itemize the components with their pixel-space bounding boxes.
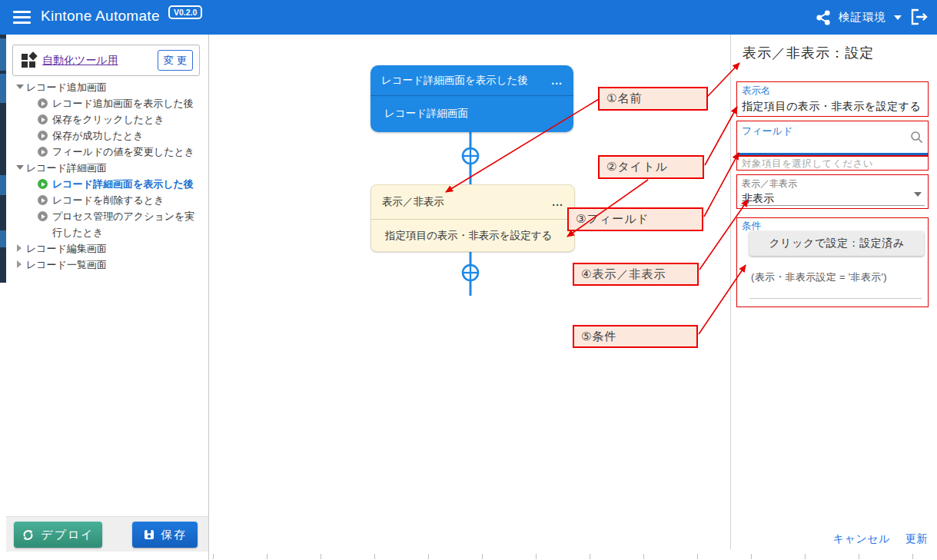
environment-selector[interactable]: 検証環境 <box>816 0 902 35</box>
app-header: Kintone Automate V0.2.0 検証環境 <box>0 0 937 35</box>
tree-group-record-add[interactable]: レコード追加画面 <box>6 79 209 95</box>
share-icon[interactable] <box>816 10 831 25</box>
app-selector-box: 自動化ツール用 変 更 <box>12 45 200 76</box>
tree-event[interactable]: プロセス管理のアクションを実行したとき <box>6 208 209 240</box>
condition-section: 条件 クリックで設定：設定済み (表示・非表示設定 = '非表示') <box>736 217 929 307</box>
event-icon <box>38 131 48 141</box>
event-icon <box>38 195 48 205</box>
tree-group-record-edit[interactable]: レコード編集画面 <box>6 240 209 257</box>
update-button[interactable]: 更新 <box>905 532 928 546</box>
change-app-button[interactable]: 変 更 <box>158 50 193 71</box>
trigger-node-header: レコード詳細画面を表示した後 ... <box>370 65 573 96</box>
tree-event[interactable]: レコードを削除するとき <box>6 192 209 208</box>
condition-set-button[interactable]: クリックで設定：設定済み <box>749 231 924 256</box>
flow-canvas[interactable]: レコード詳細画面を表示した後 ... レコード詳細画面 表示／非表示 ... 指… <box>209 35 730 560</box>
display-name-label: 表示名 <box>742 84 923 98</box>
deploy-button[interactable]: デプロイ <box>14 522 102 548</box>
tree-group-record-list[interactable]: レコード一覧画面 <box>6 257 209 273</box>
environment-label: 検証環境 <box>839 10 886 25</box>
tree-group-record-detail[interactable]: レコード詳細画面 <box>6 160 209 176</box>
field-section[interactable]: フィールド <box>736 121 929 156</box>
settings-panel: 表示／非表示：設定 表示名 指定項目の表示・非表示を設定する フィールド 対象項… <box>730 35 937 549</box>
event-icon <box>38 211 48 221</box>
field-placeholder: 対象項目を選択してください <box>736 156 929 171</box>
trigger-node-body: レコード詳細画面 <box>370 96 573 131</box>
event-tree: レコード追加画面 レコード追加画面を表示した後 保存をクリックしたとき 保存が成… <box>6 79 209 273</box>
visibility-label: 表示／非表示 <box>742 177 923 191</box>
collapsed-panel-strip[interactable] <box>0 35 6 283</box>
field-label: フィールド <box>742 124 923 138</box>
app-title: Kintone Automate <box>41 8 160 25</box>
sidebar: 自動化ツール用 変 更 レコード追加画面 レコード追加画面を表示した後 保存をク… <box>6 35 209 560</box>
display-name-value[interactable]: 指定項目の表示・非表示を設定する <box>742 100 923 114</box>
node-menu-icon[interactable]: ... <box>552 196 563 208</box>
kintone-automate-app: Kintone Automate V0.2.0 検証環境 <box>0 0 937 560</box>
event-icon <box>38 114 48 124</box>
chevron-down-icon <box>914 192 922 197</box>
version-badge: V0.2.0 <box>168 5 202 19</box>
save-button[interactable]: 保存 <box>132 522 198 548</box>
visibility-value: 非表示 <box>742 192 923 206</box>
field-input-focus-line <box>737 153 928 155</box>
app-grid-icon <box>22 53 37 68</box>
annotation-field: ③フィールド <box>567 207 703 231</box>
chevron-down-icon <box>894 15 902 20</box>
panel-title: 表示／非表示：設定 <box>743 44 874 62</box>
floppy-icon <box>143 529 155 541</box>
app-name-link[interactable]: 自動化ツール用 <box>42 54 118 68</box>
node-menu-icon[interactable]: ... <box>551 75 563 87</box>
visibility-select[interactable]: 表示／非表示 非表示 <box>736 174 929 209</box>
action-node[interactable]: 表示／非表示 ... 指定項目の表示・非表示を設定する <box>370 184 575 252</box>
event-icon <box>38 98 48 108</box>
logout-icon[interactable] <box>909 8 929 26</box>
tree-event[interactable]: 保存をクリックしたとき <box>6 111 209 128</box>
caret-right-icon <box>17 244 22 252</box>
action-node-header: 表示／非表示 ... <box>371 185 574 220</box>
caret-down-icon <box>16 165 24 170</box>
tree-event[interactable]: フィールドの値を変更したとき <box>6 144 209 160</box>
annotation-name: ①名前 <box>598 87 708 111</box>
annotation-condition: ⑤条件 <box>573 325 698 348</box>
caret-right-icon <box>17 260 22 268</box>
sync-icon <box>22 529 35 542</box>
annotation-title: ②タイトル <box>598 155 704 179</box>
tree-event[interactable]: 保存が成功したとき <box>6 128 209 144</box>
display-name-section: 表示名 指定項目の表示・非表示を設定する <box>736 81 929 117</box>
cancel-button[interactable]: キャンセル <box>833 532 890 546</box>
action-node-body: 指定項目の表示・非表示を設定する <box>371 220 574 251</box>
search-icon[interactable] <box>910 131 923 144</box>
panel-actions: キャンセル 更新 <box>833 532 928 546</box>
event-icon-active <box>38 179 48 189</box>
menu-icon[interactable] <box>13 11 31 24</box>
annotation-visibility: ④表示／非表示 <box>573 263 699 286</box>
tree-event-active[interactable]: レコード詳細画面を表示した後 <box>6 176 209 192</box>
caret-down-icon <box>16 84 24 89</box>
event-icon <box>38 147 48 157</box>
condition-expression: (表示・非表示設定 = '非表示') <box>751 270 887 284</box>
sidebar-footer: デプロイ 保存 <box>6 516 208 552</box>
tree-event[interactable]: レコード追加画面を表示した後 <box>6 95 209 111</box>
trigger-node[interactable]: レコード詳細画面を表示した後 ... レコード詳細画面 <box>370 65 573 132</box>
